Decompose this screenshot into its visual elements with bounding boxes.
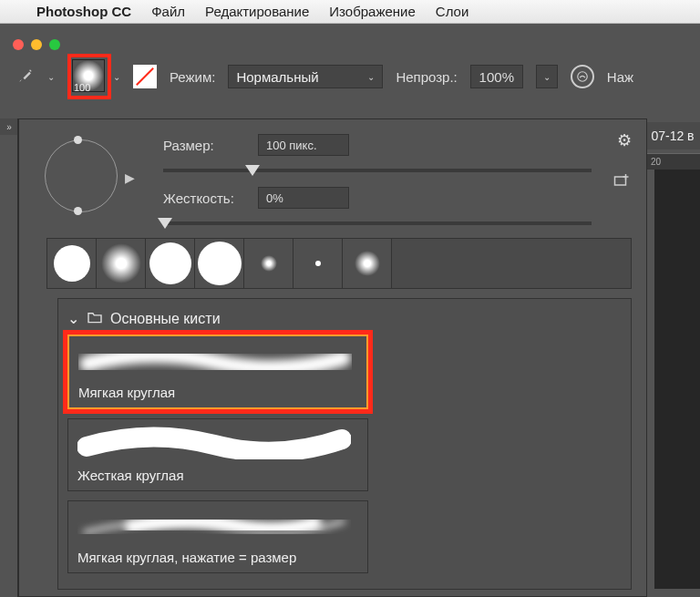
recent-brush[interactable] [97,239,146,288]
brush-item-hard-round[interactable]: Жесткая круглая [67,418,368,491]
opacity-chevron-button[interactable]: ⌄ [536,65,558,88]
slider-thumb-icon[interactable] [245,165,260,176]
arrow-right-icon[interactable]: ▶ [125,170,135,185]
brush-preset-panel: ▶ Размер: 100 пикс. Жесткость: 0% ⚙︎ [18,118,647,597]
brush-tool-icon[interactable] [16,67,35,87]
hardness-input[interactable]: 0% [258,187,349,209]
brush-name: Мягкая круглая [78,385,357,400]
blend-mode-select[interactable]: Нормальный⌄ [228,65,383,88]
new-preset-icon[interactable] [613,172,630,190]
canvas[interactable] [654,170,700,589]
opacity-input[interactable]: 100% [470,65,523,88]
recent-brush[interactable] [146,239,195,288]
tool-preset-chevron-icon[interactable]: ⌄ [47,72,55,82]
app-name[interactable]: Photoshop CC [36,4,131,19]
minimize-window-button[interactable] [31,39,42,50]
brush-folder-header[interactable]: ⌄ Основные кисти [67,310,622,327]
slider-thumb-icon[interactable] [158,218,172,229]
brush-item-soft-round-pressure[interactable]: Мягкая круглая, нажатие = размер [67,500,368,573]
size-input[interactable]: 100 пикс. [258,134,349,156]
pressure-opacity-icon[interactable] [571,65,594,88]
mac-menubar: Photoshop CC Файл Редактирование Изображ… [0,0,700,24]
brush-stroke-preview-icon [77,509,351,541]
tip-handle-icon[interactable] [74,136,82,144]
document-tab[interactable]: 07-12 в [645,122,700,149]
chevron-down-icon: ⌄ [367,72,375,82]
recent-brushes-strip [46,238,632,289]
gear-icon[interactable]: ⚙︎ [617,130,632,150]
brush-item-soft-round[interactable]: Мягкая круглая [67,335,368,409]
brush-name: Мягкая круглая, нажатие = размер [77,550,358,565]
brush-stroke-preview-icon [78,344,352,376]
tip-handle-icon[interactable] [74,207,82,215]
opacity-label: Непрозр.: [396,69,457,85]
folder-icon [87,311,103,327]
chevron-down-icon: ⌄ [67,310,79,327]
close-window-button[interactable] [13,39,24,50]
brush-tip-angle-control[interactable]: ▶ [36,132,145,223]
folder-name: Основные кисти [110,311,221,327]
brush-stroke-preview-icon [77,427,351,459]
brush-list: ⌄ Основные кисти Мягкая круглая Жесткая … [57,298,632,590]
svg-rect-1 [615,177,626,185]
menu-image[interactable]: Изображение [329,4,416,19]
flow-label: Наж [607,69,633,85]
hardness-label: Жесткость: [163,190,245,206]
mode-label: Режим: [170,69,215,85]
brush-size-readout: 100 [74,82,90,93]
brush-preset-chevron-icon[interactable]: ⌄ [113,72,120,82]
size-label: Размер: [163,138,245,153]
toggle-brush-panel-button[interactable] [133,65,157,88]
brush-preset-picker[interactable]: 100 [67,54,111,99]
hardness-slider[interactable] [163,221,592,225]
recent-brush[interactable] [293,239,343,288]
recent-brush[interactable] [244,239,293,288]
collapse-panels-button[interactable]: » [0,118,18,135]
recent-brush[interactable] [195,239,244,288]
menu-edit[interactable]: Редактирование [205,4,309,19]
size-slider[interactable] [163,169,592,172]
menu-layers[interactable]: Слои [436,4,468,19]
tool-options-bar: ⌄ 100 ⌄ Режим: Нормальный⌄ Непрозр.: 100… [0,57,700,97]
menu-file[interactable]: Файл [151,4,185,19]
recent-brush[interactable] [343,239,392,288]
brush-name: Жесткая круглая [77,468,358,483]
ruler: 20 [645,153,700,170]
recent-brush[interactable] [47,239,97,288]
fullscreen-window-button[interactable] [49,39,60,50]
